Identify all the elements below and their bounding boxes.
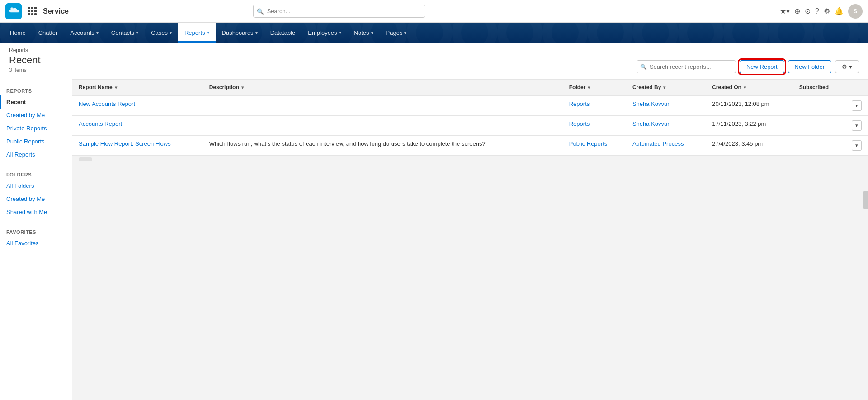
cell-report-name-1: New Accounts Report [72,95,203,116]
page-header-right: 🔍 New Report New Folder ⚙ ▾ [637,60,859,73]
help-icon[interactable]: ? [815,7,819,15]
nav-item-dashboards[interactable]: Dashboards ▾ [216,23,264,43]
cell-subscribed-2 [793,116,845,136]
nav-item-reports[interactable]: Reports ▾ [178,23,216,43]
folder-link-3[interactable]: Public Reports [569,140,608,147]
sidebar-item-recent[interactable]: Recent [0,95,72,109]
cell-created-by-1: Sneha Kovvuri [626,95,706,116]
nav-item-accounts[interactable]: Accounts ▾ [64,23,104,43]
created-by-link-2[interactable]: Sneha Kovvuri [632,120,671,127]
sidebar-item-all-reports[interactable]: All Reports [0,148,72,161]
sidebar: REPORTS Recent Created by Me Private Rep… [0,79,72,400]
nav-label-accounts: Accounts [70,29,94,36]
nav-item-contacts[interactable]: Contacts ▾ [105,23,145,43]
page-title: Recent [9,54,41,66]
feed-icon[interactable]: ⊙ [805,7,811,15]
col-header-subscribed: Subscribed [793,80,845,96]
col-label-created-by: Created By [632,84,661,90]
search-recent[interactable]: 🔍 [637,60,736,73]
col-header-folder[interactable]: Folder ▾ [563,80,626,96]
cell-dropdown-1: ▾ [845,95,868,116]
contacts-chevron-icon: ▾ [136,30,138,35]
nav-item-notes[interactable]: Notes ▾ [348,23,380,43]
col-header-created-on[interactable]: Created On ▾ [706,80,793,96]
top-navigation: Service 🔍 ★▾ ⊕ ⊙ ? ⚙ 🔔 S [0,0,868,23]
nav-label-employees: Employees [308,29,337,36]
global-search[interactable]: 🔍 [253,5,425,18]
row-dropdown-button-2[interactable]: ▾ [852,120,862,131]
horizontal-scroll-area[interactable] [72,156,868,162]
sort-icon-created-on: ▾ [744,85,746,90]
folder-link-2[interactable]: Reports [569,120,590,127]
col-header-description[interactable]: Description ▾ [203,80,563,96]
nav-label-dashboards: Dashboards [222,29,254,36]
settings-icon[interactable]: ⚙ [824,7,830,15]
col-label-report-name: Report Name [79,84,113,90]
main-content: Report Name ▾ Description ▾ Folder [72,79,868,400]
nav-item-employees[interactable]: Employees ▾ [302,23,347,43]
page-header-left: Reports Recent 3 items [9,47,41,73]
cell-description-1 [203,95,563,116]
sidebar-item-shared-with-me[interactable]: Shared with Me [0,205,72,219]
notifications-icon[interactable]: 🔔 [835,7,844,15]
col-header-created-by[interactable]: Created By ▾ [626,80,706,96]
col-label-description: Description [209,84,239,90]
cases-chevron-icon: ▾ [170,30,172,35]
folder-link-1[interactable]: Reports [569,100,590,107]
sidebar-item-all-favorites[interactable]: All Favorites [0,237,72,250]
employees-chevron-icon: ▾ [339,30,341,35]
nav-label-pages: Pages [386,29,403,36]
nav-label-contacts: Contacts [111,29,134,36]
cell-created-on-2: 17/11/2023, 3:22 pm [706,116,793,136]
new-report-button[interactable]: New Report [740,60,784,73]
new-folder-button[interactable]: New Folder [788,60,831,73]
report-name-link-1[interactable]: New Accounts Report [79,100,135,107]
sidebar-item-folders-created-by-me[interactable]: Created by Me [0,192,72,205]
settings-gear-icon: ⚙ [842,63,847,70]
row-dropdown-button-1[interactable]: ▾ [852,100,862,111]
report-name-link-2[interactable]: Accounts Report [79,120,122,127]
horizontal-scroll-track [79,157,92,161]
col-header-report-name[interactable]: Report Name ▾ [72,80,203,96]
col-header-actions [845,80,868,96]
sort-icon-folder: ▾ [588,85,590,90]
report-name-link-3[interactable]: Sample Flow Report: Screen Flows [79,140,171,147]
favorites-icon[interactable]: ★▾ [780,7,790,15]
avatar[interactable]: S [848,4,863,19]
sidebar-item-public-reports[interactable]: Public Reports [0,135,72,148]
app-name: Service [43,7,69,15]
table-header-row: Report Name ▾ Description ▾ Folder [72,80,868,96]
global-search-input[interactable] [253,5,425,18]
salesforce-logo[interactable] [5,3,22,19]
sidebar-item-all-folders[interactable]: All Folders [0,179,72,192]
folders-section-label: FOLDERS [0,168,72,179]
add-icon[interactable]: ⊕ [794,7,800,15]
created-by-link-3[interactable]: Automated Process [632,140,684,147]
nav-item-cases[interactable]: Cases ▾ [145,23,178,43]
nav-item-chatter[interactable]: Chatter [32,23,64,43]
nav-label-reports: Reports [184,29,205,36]
favorites-section-label: FAVORITES [0,226,72,237]
item-count: 3 items [9,67,41,73]
nav-item-datatable[interactable]: Datatable [264,23,302,43]
vertical-scroll-indicator[interactable] [863,191,868,209]
table-row: Accounts Report Reports Sneha Kovvuri 17… [72,116,868,136]
row-dropdown-button-3[interactable]: ▾ [852,140,862,151]
cell-subscribed-1 [793,95,845,116]
nav-item-home[interactable]: Home [4,23,32,43]
created-by-link-1[interactable]: Sneha Kovvuri [632,100,671,107]
page-header: Reports Recent 3 items 🔍 New Report New … [0,43,868,79]
settings-button[interactable]: ⚙ ▾ [835,60,859,73]
nav-item-pages[interactable]: Pages ▾ [380,23,413,43]
notes-chevron-icon: ▾ [371,30,373,35]
cell-folder-2: Reports [563,116,626,136]
cell-folder-3: Public Reports [563,136,626,156]
search-recent-input[interactable] [637,60,736,73]
cell-dropdown-2: ▾ [845,116,868,136]
cell-created-by-3: Automated Process [626,136,706,156]
created-on-text-3: 27/4/2023, 3:45 pm [712,140,763,147]
sidebar-item-created-by-me[interactable]: Created by Me [0,109,72,122]
app-grid-icon[interactable] [28,7,37,15]
settings-chevron-icon: ▾ [849,63,852,70]
sidebar-item-private-reports[interactable]: Private Reports [0,122,72,135]
